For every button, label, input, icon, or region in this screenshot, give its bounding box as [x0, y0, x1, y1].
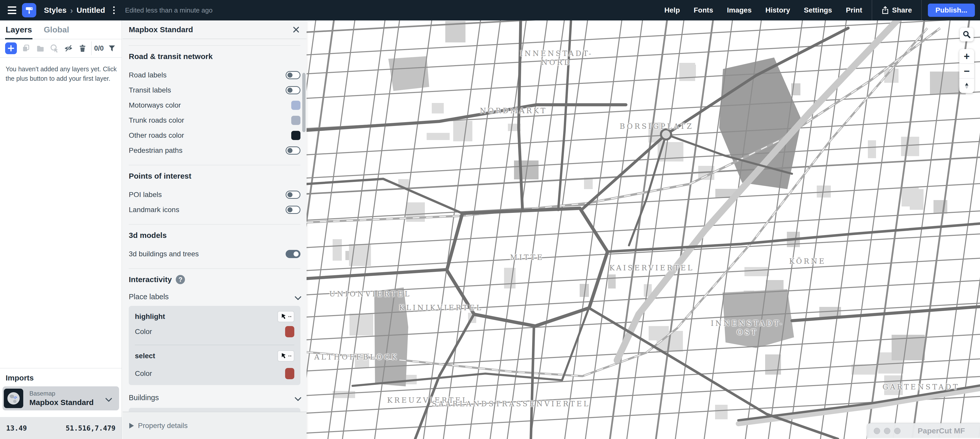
basemap-value: Mapbox Standard	[29, 398, 94, 407]
topbar-divider	[921, 0, 922, 21]
nav-fonts[interactable]: Fonts	[687, 6, 720, 14]
basemap-thumbnail	[4, 389, 23, 408]
select-on-map-icon[interactable]	[50, 44, 59, 53]
poi-labels-row: POI labels	[129, 187, 301, 202]
select-color-swatch[interactable]	[285, 368, 294, 379]
select-cursor-button[interactable]	[277, 350, 294, 361]
zoom-level-value: 13.49	[6, 424, 27, 432]
interactivity-heading-label: Interactivity	[129, 274, 172, 285]
row-label: Landmark icons	[129, 206, 179, 214]
topbar: Styles › Untitled Edited less than a min…	[0, 0, 980, 21]
select-name: select	[135, 352, 155, 360]
breadcrumb-style-name[interactable]: Untitled	[76, 6, 105, 14]
compass-button[interactable]	[959, 79, 974, 93]
landmark-icons-toggle[interactable]	[286, 206, 301, 214]
hide-layer-eye-off-icon[interactable]	[64, 44, 73, 53]
duplicate-layer-icon[interactable]	[22, 44, 31, 53]
motorways-color-row: Motorways color	[129, 98, 301, 113]
map-search-button[interactable]	[960, 28, 974, 41]
map-zoom-controls: + −	[959, 49, 974, 93]
share-button[interactable]: Share	[875, 6, 919, 14]
mapbox-studio-logo-icon[interactable]	[22, 3, 36, 17]
poi-labels-toggle[interactable]	[286, 191, 301, 199]
cursor-arrow-icon	[280, 313, 287, 320]
panel-scrollbar[interactable]	[302, 73, 305, 132]
trunk-roads-color-row: Trunk roads color	[129, 113, 301, 128]
zoom-in-button[interactable]: +	[959, 49, 974, 64]
3d-buildings-row: 3d buildings and trees	[129, 247, 301, 261]
breadcrumb-section[interactable]: Styles	[44, 6, 67, 14]
poi-heading: Points of interest	[129, 171, 301, 181]
globe-icon	[6, 391, 21, 406]
transit-labels-toggle[interactable]	[286, 86, 301, 94]
imports-section: Imports Basemap Mapbox Standa	[0, 368, 122, 417]
nav-print[interactable]: Print	[839, 6, 869, 14]
panel-body: Road & transit network Road labels Trans…	[123, 39, 307, 412]
share-icon	[881, 6, 889, 14]
card-divider	[135, 345, 294, 345]
nav-settings[interactable]: Settings	[797, 6, 839, 14]
cursor-arrow-icon	[280, 352, 287, 359]
zoom-out-button[interactable]: −	[959, 64, 974, 79]
basemap-label: Basemap	[29, 390, 94, 397]
select-row: select	[135, 348, 294, 363]
pedestrian-paths-toggle[interactable]	[286, 146, 301, 154]
property-details-footer[interactable]: Property details	[123, 412, 307, 439]
nav-history[interactable]: History	[759, 6, 797, 14]
paint-roller-icon	[25, 6, 33, 14]
road-labels-toggle[interactable]	[286, 71, 301, 79]
publish-button[interactable]: Publish...	[928, 3, 975, 17]
buildings-label: Buildings	[129, 393, 159, 402]
panel-header: Mapbox Standard	[123, 21, 307, 39]
breadcrumb-chevron-icon: ›	[70, 5, 73, 15]
motorways-color-swatch[interactable]	[291, 101, 301, 110]
chevron-down-icon	[105, 395, 112, 402]
basemap-import-card[interactable]: Basemap Mapbox Standard	[3, 387, 119, 410]
nav-images[interactable]: Images	[720, 6, 759, 14]
help-icon[interactable]: ?	[176, 275, 185, 284]
highlight-color-swatch[interactable]	[285, 326, 294, 337]
group-layers-folder-icon[interactable]	[36, 44, 45, 53]
layer-counter: 0/0	[94, 45, 104, 52]
property-details-label: Property details	[138, 422, 188, 430]
place-labels-card: highlight Color select	[129, 306, 301, 385]
3d-models-heading: 3d models	[129, 230, 301, 240]
place-labels-label: Place labels	[129, 293, 169, 301]
ellipsis-icon	[288, 316, 291, 317]
papercut-window-titlebar[interactable]: PaperCut MF	[867, 423, 980, 438]
delete-layer-trash-icon[interactable]	[78, 44, 87, 53]
tab-global[interactable]: Global	[44, 21, 69, 39]
filter-layers-icon[interactable]	[107, 44, 116, 53]
chevron-down-icon	[294, 394, 301, 401]
basemap	[307, 21, 980, 439]
panel-title: Mapbox Standard	[129, 25, 193, 34]
row-label: POI labels	[129, 191, 162, 199]
tab-layers[interactable]: Layers	[6, 21, 32, 39]
mapbox-standard-panel: Mapbox Standard Road & transit network R…	[123, 21, 307, 439]
window-traffic-lights-icon[interactable]	[874, 428, 900, 434]
row-label: Color	[135, 328, 152, 336]
layers-sidebar: Layers Global	[0, 21, 122, 439]
chevron-down-icon	[294, 293, 301, 300]
layers-toolbar: 0/0	[0, 39, 122, 58]
section-divider	[129, 45, 301, 46]
3d-buildings-toggle[interactable]	[286, 250, 301, 258]
highlight-color-row: Color	[135, 324, 294, 339]
buildings-dropdown[interactable]: Buildings	[129, 390, 301, 405]
highlight-cursor-button[interactable]	[277, 311, 294, 322]
trunk-roads-color-swatch[interactable]	[291, 116, 301, 125]
transit-labels-row: Transit labels	[129, 83, 301, 98]
ellipsis-icon	[288, 355, 291, 356]
close-icon[interactable]	[292, 25, 301, 34]
coordinates-value: 51.516,7.479	[66, 424, 116, 432]
place-labels-dropdown[interactable]: Place labels	[129, 289, 301, 304]
other-roads-color-swatch[interactable]	[291, 131, 301, 140]
nav-help[interactable]: Help	[658, 6, 687, 14]
menu-icon[interactable]	[8, 6, 16, 14]
map-canvas[interactable]: INNENSTADT-NORDNORDMARKTBORSIGPLATZMITTE…	[307, 21, 980, 439]
interactivity-heading: Interactivity ?	[129, 274, 301, 285]
style-options-kebab-icon[interactable]	[111, 5, 116, 16]
section-divider	[129, 165, 301, 165]
toolbar-divider	[91, 41, 92, 55]
add-layer-button[interactable]	[5, 43, 17, 54]
